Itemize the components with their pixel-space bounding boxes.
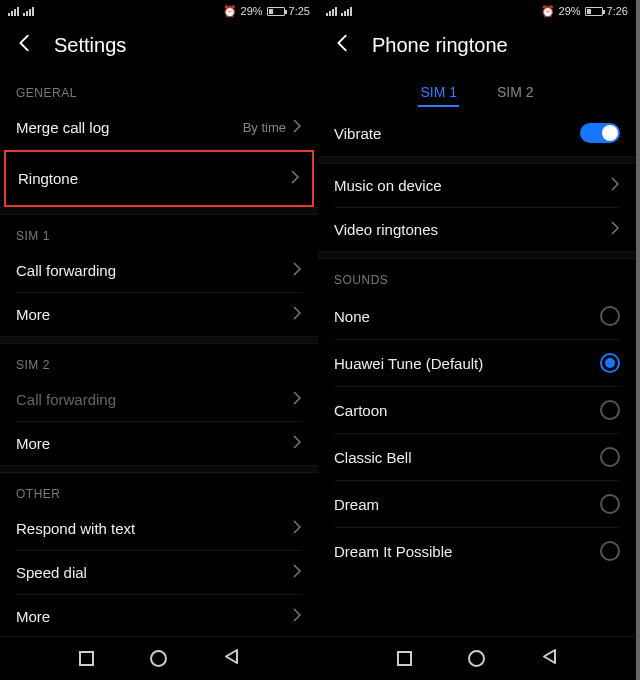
nav-recent-icon[interactable] bbox=[397, 651, 412, 666]
nav-back-icon[interactable] bbox=[541, 648, 558, 669]
statusbar: ⏰ 29% 7:26 bbox=[318, 0, 636, 22]
chevron-right-icon bbox=[292, 262, 302, 279]
page-title: Settings bbox=[54, 34, 126, 57]
clock-time: 7:25 bbox=[289, 5, 310, 17]
titlebar: Phone ringtone bbox=[318, 22, 636, 72]
highlight-ringtone: Ringtone bbox=[4, 150, 314, 207]
row-respond[interactable]: Respond with text bbox=[0, 507, 318, 550]
sound-label: Classic Bell bbox=[334, 449, 412, 466]
row-label: More bbox=[16, 608, 50, 625]
row-sound[interactable]: Huawei Tune (Default) bbox=[318, 340, 636, 386]
toggle-vibrate[interactable] bbox=[580, 123, 620, 143]
alarm-icon: ⏰ bbox=[223, 5, 237, 18]
row-video-ringtones[interactable]: Video ringtones bbox=[318, 208, 636, 251]
section-sounds: SOUNDS bbox=[318, 259, 636, 293]
row-sound[interactable]: Dream It Possible bbox=[318, 528, 636, 574]
row-label: Video ringtones bbox=[334, 221, 438, 238]
sound-label: Cartoon bbox=[334, 402, 387, 419]
row-label: Vibrate bbox=[334, 125, 381, 142]
section-other: OTHER bbox=[0, 473, 318, 507]
clock-time: 7:26 bbox=[607, 5, 628, 17]
chevron-right-icon bbox=[610, 177, 620, 194]
navbar bbox=[318, 636, 636, 680]
radio-icon[interactable] bbox=[600, 447, 620, 467]
nav-recent-icon[interactable] bbox=[79, 651, 94, 666]
signal-icon bbox=[8, 7, 19, 16]
tab-sim1[interactable]: SIM 1 bbox=[418, 78, 459, 110]
chevron-right-icon bbox=[292, 520, 302, 537]
signal-icon bbox=[341, 7, 352, 16]
radio-icon[interactable] bbox=[600, 353, 620, 373]
chevron-right-icon bbox=[290, 170, 300, 187]
signal-icon bbox=[326, 7, 337, 16]
row-label: Merge call log bbox=[16, 119, 109, 136]
radio-icon[interactable] bbox=[600, 400, 620, 420]
row-label: Call forwarding bbox=[16, 262, 116, 279]
back-icon[interactable] bbox=[14, 32, 36, 58]
section-sim2: SIM 2 bbox=[0, 344, 318, 378]
chevron-right-icon bbox=[292, 564, 302, 581]
row-other-more[interactable]: More bbox=[0, 595, 318, 636]
row-sound[interactable]: Dream bbox=[318, 481, 636, 527]
chevron-right-icon bbox=[292, 435, 302, 452]
row-sound[interactable]: Classic Bell bbox=[318, 434, 636, 480]
section-sim1: SIM 1 bbox=[0, 215, 318, 249]
screen-ringtone: ⏰ 29% 7:26 Phone ringtone SIM 1 SIM 2 Vi… bbox=[318, 0, 636, 680]
row-sim2-forwarding: Call forwarding bbox=[0, 378, 318, 421]
row-sound[interactable]: None bbox=[318, 293, 636, 339]
tabs: SIM 1 SIM 2 bbox=[318, 72, 636, 110]
back-icon[interactable] bbox=[332, 32, 354, 58]
row-sound[interactable]: Cartoon bbox=[318, 387, 636, 433]
row-speed-dial[interactable]: Speed dial bbox=[0, 551, 318, 594]
sound-label: Dream It Possible bbox=[334, 543, 452, 560]
chevron-right-icon bbox=[610, 221, 620, 238]
screen-settings: ⏰ 29% 7:25 Settings GENERAL Merge call l… bbox=[0, 0, 318, 680]
row-merge-call-log[interactable]: Merge call log By time bbox=[0, 106, 318, 149]
row-sim1-more[interactable]: More bbox=[0, 293, 318, 336]
radio-icon[interactable] bbox=[600, 541, 620, 561]
chevron-right-icon bbox=[292, 391, 302, 408]
signal-icon bbox=[23, 7, 34, 16]
alarm-icon: ⏰ bbox=[541, 5, 555, 18]
battery-percent: 29% bbox=[559, 5, 581, 17]
nav-back-icon[interactable] bbox=[223, 648, 240, 669]
row-label: More bbox=[16, 306, 50, 323]
tab-sim2[interactable]: SIM 2 bbox=[495, 78, 536, 110]
battery-icon bbox=[585, 7, 603, 16]
sound-label: Huawei Tune (Default) bbox=[334, 355, 483, 372]
row-label: Music on device bbox=[334, 177, 442, 194]
nav-home-icon[interactable] bbox=[150, 650, 167, 667]
row-label: More bbox=[16, 435, 50, 452]
chevron-right-icon bbox=[292, 608, 302, 625]
statusbar: ⏰ 29% 7:25 bbox=[0, 0, 318, 22]
navbar bbox=[0, 636, 318, 680]
battery-percent: 29% bbox=[241, 5, 263, 17]
row-sim1-forwarding[interactable]: Call forwarding bbox=[0, 249, 318, 292]
row-label: Ringtone bbox=[18, 170, 78, 187]
chevron-right-icon bbox=[292, 306, 302, 323]
row-label: Speed dial bbox=[16, 564, 87, 581]
row-sim2-more[interactable]: More bbox=[0, 422, 318, 465]
radio-icon[interactable] bbox=[600, 306, 620, 326]
sound-label: Dream bbox=[334, 496, 379, 513]
row-label: Respond with text bbox=[16, 520, 135, 537]
battery-icon bbox=[267, 7, 285, 16]
radio-icon[interactable] bbox=[600, 494, 620, 514]
chevron-right-icon bbox=[292, 119, 302, 136]
row-value: By time bbox=[243, 120, 286, 135]
section-general: GENERAL bbox=[0, 72, 318, 106]
nav-home-icon[interactable] bbox=[468, 650, 485, 667]
row-ringtone[interactable]: Ringtone bbox=[6, 152, 312, 205]
sound-label: None bbox=[334, 308, 370, 325]
page-title: Phone ringtone bbox=[372, 34, 508, 57]
row-music-on-device[interactable]: Music on device bbox=[318, 164, 636, 207]
row-vibrate[interactable]: Vibrate bbox=[318, 110, 636, 156]
titlebar: Settings bbox=[0, 22, 318, 72]
row-label: Call forwarding bbox=[16, 391, 116, 408]
